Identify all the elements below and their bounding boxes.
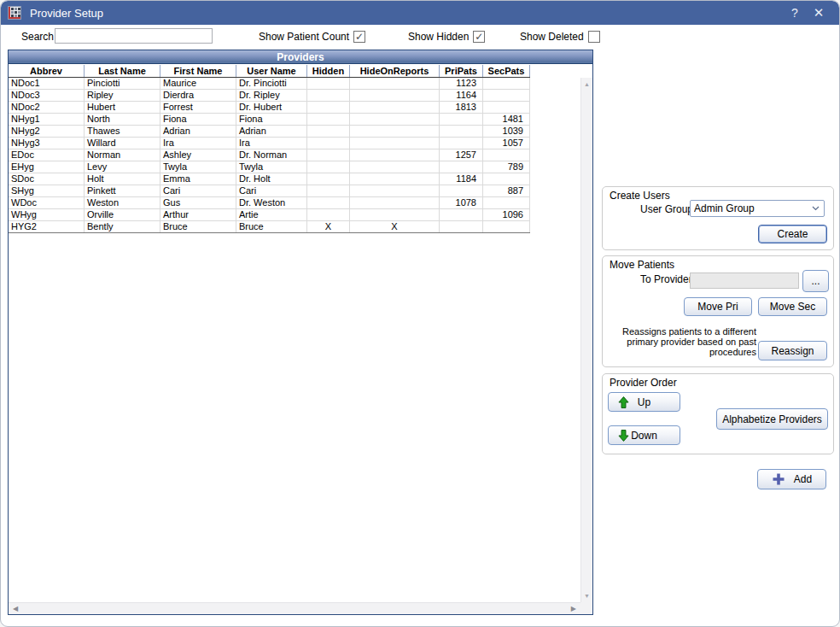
column-header[interactable]: PriPats [440, 65, 483, 77]
create-button[interactable]: Create [758, 225, 827, 243]
grid-header: AbbrevLast NameFirst NameUser NameHidden… [9, 65, 530, 78]
table-cell: Dr. Pinciotti [236, 78, 307, 89]
table-row[interactable]: WHygOrvilleArthurArtie1096 [9, 209, 530, 221]
checkbox-box[interactable]: ✓ [473, 31, 485, 43]
move-down-label: Down [631, 430, 657, 442]
table-cell [483, 102, 530, 113]
scroll-up-icon[interactable]: ▲ [584, 78, 590, 91]
table-cell: Ripley [85, 90, 160, 101]
column-header[interactable]: User Name [236, 65, 307, 77]
table-cell [350, 90, 440, 101]
table-cell: 1039 [483, 126, 530, 137]
table-cell: 1096 [483, 209, 530, 220]
user-group-select[interactable]: Admin Group [690, 200, 825, 217]
column-header[interactable]: Hidden [307, 65, 350, 77]
vertical-scrollbar[interactable]: ▲ ▼ [580, 78, 592, 602]
checkbox-show-deleted[interactable]: Show Deleted [520, 29, 600, 44]
table-row[interactable]: NHyg2ThawesAdrianAdrian1039 [9, 126, 530, 138]
table-cell: Bruce [236, 221, 307, 232]
table-row[interactable]: NDoc1PinciottiMauriceDr. Pinciotti1123 [9, 78, 530, 90]
table-row[interactable]: NDoc3RipleyDierdraDr. Ripley1164 [9, 90, 530, 102]
column-header[interactable]: Last Name [85, 65, 160, 77]
table-cell [440, 161, 483, 173]
grid-body: NDoc1PinciottiMauriceDr. Pinciotti1123ND… [9, 78, 592, 602]
user-group-label: User Group [640, 203, 693, 215]
column-header[interactable]: HideOnReports [350, 65, 440, 77]
table-cell: Pinciotti [85, 78, 160, 89]
to-provider-field[interactable] [690, 272, 799, 289]
table-cell: Twyla [160, 161, 236, 173]
move-pri-button[interactable]: Move Pri [684, 297, 752, 316]
table-cell: Weston [85, 197, 160, 208]
scroll-right-icon[interactable]: ▶ [567, 605, 580, 612]
table-cell: EDoc [9, 149, 85, 161]
column-header[interactable]: First Name [160, 65, 236, 77]
table-cell [307, 209, 350, 220]
table-cell: Dr. Holt [236, 173, 307, 185]
add-button[interactable]: Add [757, 469, 826, 489]
table-cell: Dr. Weston [236, 197, 307, 208]
browse-provider-button[interactable]: ... [802, 270, 829, 292]
table-cell: Bently [85, 221, 160, 232]
reassign-button[interactable]: Reassign [758, 341, 827, 360]
table-cell [307, 102, 350, 113]
table-row[interactable]: NHyg1NorthFionaFiona1481 [9, 114, 530, 126]
table-cell: Forrest [160, 102, 236, 113]
move-down-button[interactable]: Down [608, 425, 680, 445]
arrow-down-icon [617, 429, 630, 442]
create-users-group: Create Users User Group Admin Group Crea… [602, 186, 834, 250]
table-cell [307, 197, 350, 208]
checkbox-box[interactable]: ✓ [353, 31, 365, 43]
reassign-note: Reassigns patients to a different primar… [610, 326, 756, 357]
checkbox-show-hidden[interactable]: Show Hidden✓ [408, 29, 485, 44]
checkbox-show-patient-count[interactable]: Show Patient Count✓ [259, 29, 365, 44]
table-cell: Hubert [85, 102, 160, 113]
checkbox-label: Show Patient Count [259, 31, 349, 43]
table-cell: 1057 [483, 138, 530, 149]
provider-order-group: Provider Order Up Down Alphabetize Provi… [602, 373, 834, 454]
column-header[interactable]: SecPats [483, 65, 530, 77]
table-cell: Adrian [160, 126, 236, 137]
table-cell [307, 138, 350, 149]
scroll-left-icon[interactable]: ◀ [9, 605, 22, 612]
help-button[interactable]: ? [783, 6, 807, 20]
window-title: Provider Setup [30, 7, 783, 20]
search-input[interactable] [55, 28, 213, 44]
scroll-down-icon[interactable]: ▼ [584, 589, 590, 602]
move-up-button[interactable]: Up [608, 392, 680, 412]
horizontal-scrollbar[interactable]: ◀ ▶ [9, 602, 580, 614]
table-cell [440, 185, 483, 196]
alphabetize-providers-button[interactable]: Alphabetize Providers [716, 408, 828, 430]
move-sec-button[interactable]: Move Sec [758, 297, 827, 316]
table-row[interactable]: HYG2BentlyBruceBruceXX [9, 221, 530, 233]
table-row[interactable]: NDoc2HubertForrestDr. Hubert1813 [9, 102, 530, 114]
table-cell [440, 209, 483, 220]
search-label: Search [21, 31, 54, 43]
close-button[interactable]: ✕ [807, 5, 831, 21]
title-bar[interactable]: Provider Setup ? ✕ [1, 1, 839, 25]
column-header[interactable]: Abbrev [9, 65, 85, 77]
table-cell: Cari [236, 185, 307, 196]
table-cell: Twyla [236, 161, 307, 173]
table-cell: 1813 [440, 102, 483, 113]
checkbox-box[interactable] [588, 31, 600, 43]
table-cell: NDoc1 [9, 78, 85, 89]
table-cell: 1078 [440, 197, 483, 208]
table-row[interactable]: NHyg3WillardIraIra1057 [9, 138, 530, 149]
table-cell: WHyg [9, 209, 85, 220]
table-row[interactable]: SDocHoltEmmaDr. Holt1184 [9, 173, 530, 185]
table-cell [307, 90, 350, 101]
table-cell: Ira [236, 138, 307, 149]
table-cell [307, 161, 350, 173]
table-row[interactable]: EDocNormanAshleyDr. Norman1257 [9, 149, 530, 161]
table-cell [350, 197, 440, 208]
table-row[interactable]: SHygPinkettCariCari887 [9, 185, 530, 197]
table-row[interactable]: WDocWestonGusDr. Weston1078 [9, 197, 530, 209]
table-cell: Dr. Norman [236, 149, 307, 161]
table-cell: X [350, 221, 440, 232]
table-cell: 887 [483, 185, 530, 196]
move-patients-group: Move Patients To Provider ... Move Pri M… [602, 255, 834, 367]
table-row[interactable]: EHygLevyTwylaTwyla789 [9, 161, 530, 173]
table-cell: Dierdra [160, 90, 236, 101]
table-cell: WDoc [9, 197, 85, 208]
